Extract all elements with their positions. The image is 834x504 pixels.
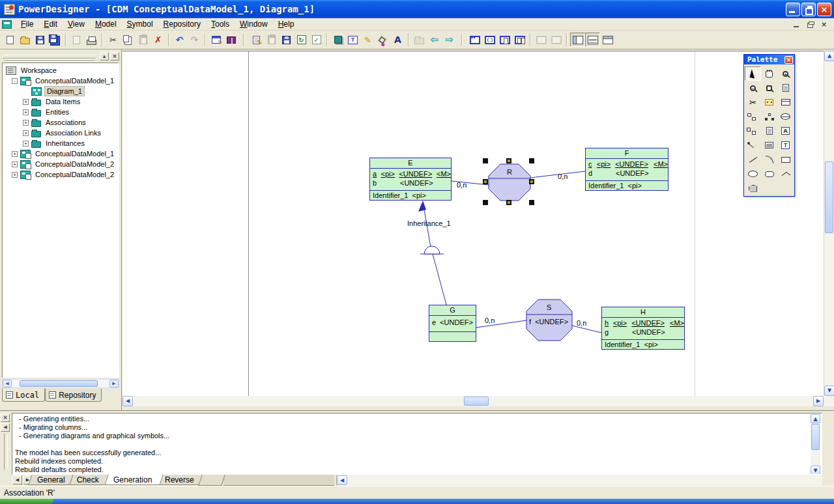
palette-polyline-tool[interactable] (777, 167, 794, 181)
line-style-button[interactable]: ✎ (360, 33, 375, 47)
mdi-minimize-button[interactable] (792, 20, 801, 29)
minimize-button[interactable] (786, 3, 800, 16)
palette-inheritance-tool[interactable] (745, 109, 761, 124)
tree-item-model-1[interactable]: - ConceptualDataModel_1 (4, 76, 119, 86)
print-button[interactable] (84, 33, 99, 47)
entity-H[interactable]: H h<pi><UNDEF><M> g<UNDEF> Identifier_1 … (601, 307, 685, 350)
palette-pointer-tool[interactable] (745, 66, 761, 81)
tab-repository[interactable]: Repository (45, 389, 102, 402)
selection-handle[interactable] (529, 200, 534, 205)
selection-handle[interactable] (506, 158, 511, 163)
workspace-horizontal-scrollbar[interactable]: ◀ ▶ (2, 379, 119, 388)
diagram-document-icon[interactable] (2, 20, 12, 29)
save-button[interactable] (33, 33, 48, 47)
selection-handle[interactable] (483, 200, 488, 205)
menu-help[interactable]: Help (273, 19, 300, 30)
palette-extended-dependency-tool[interactable] (745, 138, 761, 152)
palette-note-tool[interactable] (761, 124, 777, 138)
tree-item-model-4[interactable]: + ConceptualDataModel_2 (4, 169, 119, 180)
palette-close-button[interactable]: × (784, 56, 793, 64)
tree-item-entities[interactable]: + Entities (4, 107, 119, 117)
delete-button[interactable]: ✗ (151, 33, 165, 47)
palette-rectangle-tool[interactable] (777, 152, 794, 167)
palette-zoom-in-tool[interactable]: + (777, 66, 794, 81)
text-frame-button[interactable]: T (345, 33, 360, 47)
menu-model[interactable]: Model (90, 19, 122, 30)
palette-arc-tool[interactable] (761, 152, 777, 167)
tab-local[interactable]: Local (2, 388, 45, 402)
close-button[interactable]: × (817, 3, 831, 16)
history-button[interactable] (412, 33, 427, 47)
panel-pin-button[interactable]: ▴ (100, 52, 109, 61)
mdi-close-button[interactable]: × (819, 20, 829, 29)
scrollbar-thumb[interactable] (811, 424, 820, 450)
tab-reverse[interactable]: Reverse (156, 475, 205, 485)
redo-button[interactable]: ↷ (187, 33, 202, 47)
scrollbar-thumb[interactable] (825, 161, 833, 233)
canvas-horizontal-scrollbar[interactable]: ◀ ▶ (122, 396, 824, 406)
tree-item-inheritances[interactable]: + Inheritances (4, 138, 119, 148)
canvas-vertical-scrollbar[interactable]: ▲ ▼ (824, 51, 834, 396)
expand-expander[interactable]: + (23, 141, 29, 147)
expand-expander[interactable]: + (23, 99, 29, 105)
palette-rounded-rectangle-tool[interactable] (761, 167, 777, 181)
palette-grab-tool[interactable] (761, 66, 777, 81)
expand-expander[interactable]: + (12, 172, 18, 178)
tree-item-associations[interactable]: + Associations (4, 117, 119, 128)
toggle-panel-button[interactable] (600, 33, 615, 47)
menu-symbol[interactable]: Symbol (122, 19, 158, 30)
paste-button[interactable] (136, 33, 151, 47)
undo-button[interactable]: ↶ (172, 33, 187, 47)
symbol-window-button[interactable] (482, 33, 497, 47)
output-horizontal-scrollbar[interactable]: ◀ (336, 475, 822, 486)
output-collapse-button[interactable]: ◀ (1, 423, 10, 432)
expand-expander[interactable]: + (23, 109, 29, 115)
print-preview-button[interactable] (69, 33, 84, 47)
collapse-expander[interactable]: - (12, 78, 18, 84)
properties-button[interactable] (208, 33, 223, 47)
tab-generation[interactable]: Generation (104, 475, 164, 485)
tree-item-workspace[interactable]: Workspace (4, 65, 119, 76)
toggle-output-button[interactable] (585, 33, 600, 47)
find-objects-button[interactable] (279, 33, 294, 47)
palette-package-tool[interactable] (761, 95, 777, 109)
scroll-up-icon[interactable]: ▲ (811, 414, 820, 423)
palette-title-tool[interactable] (761, 138, 777, 152)
palette-association-node-tool[interactable] (761, 109, 777, 124)
toggle-workspace-button[interactable] (570, 33, 585, 47)
entity-E[interactable]: E a<pi><UNDEF><M> b<UNDEF> Identifier_1 … (369, 158, 452, 201)
diagram-window-button[interactable] (467, 33, 482, 47)
palette-association-tool[interactable] (777, 109, 794, 124)
selection-handle[interactable] (483, 179, 488, 184)
expand-expander[interactable]: + (23, 130, 29, 136)
font-button[interactable]: A (390, 33, 405, 47)
link-window-2-button[interactable] (549, 33, 564, 47)
panel-grip-handle[interactable] (3, 55, 96, 59)
regenerate-button[interactable]: ↻ (294, 33, 309, 47)
fill-style-button[interactable] (375, 33, 390, 47)
selection-handle[interactable] (506, 200, 511, 205)
cut-button[interactable]: ✂ (106, 33, 121, 47)
powerdesigner-app-icon[interactable] (4, 4, 15, 15)
palette-zoom-area-tool[interactable] (761, 81, 777, 95)
palette-delete-tool[interactable]: ✂ (745, 95, 761, 109)
open-button[interactable] (18, 33, 33, 47)
scroll-right-icon[interactable]: ▶ (109, 380, 119, 387)
scrollbar-thumb[interactable] (464, 397, 489, 406)
diagram-canvas[interactable]: R S f <UNDEF> 0,n 0,n 0,n 0,n Inheritanc… (122, 51, 824, 396)
facing-pages-button[interactable] (512, 33, 527, 47)
menu-repository[interactable]: Repository (158, 19, 206, 30)
tab-scroll-left-icon[interactable]: ◀ (12, 475, 22, 484)
palette-frame-tool[interactable]: T (777, 138, 794, 152)
tree-item-model-3[interactable]: + ConceptualDataModel_2 (4, 159, 119, 169)
selection-handle[interactable] (483, 158, 488, 163)
expand-expander[interactable]: + (12, 161, 18, 167)
tree-item-model-2[interactable]: + ConceptualDataModel_1 (4, 148, 119, 159)
menu-file[interactable]: File (16, 19, 38, 30)
selection-handle[interactable] (529, 158, 534, 163)
save-all-button[interactable] (48, 33, 63, 47)
inheritance-link-lower[interactable] (433, 254, 446, 305)
palette-polygon-tool[interactable] (745, 181, 761, 195)
report-button[interactable] (249, 33, 264, 47)
paste-special-button[interactable] (264, 33, 279, 47)
